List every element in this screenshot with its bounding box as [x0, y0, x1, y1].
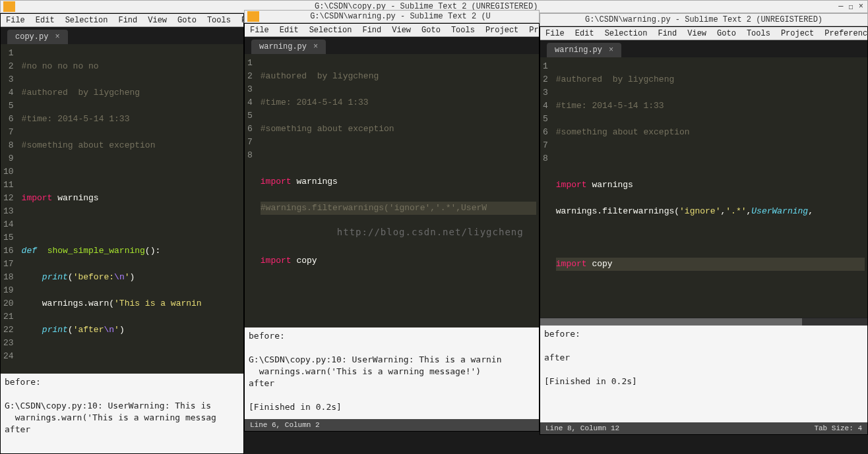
tabbar-right: warning.py ×	[540, 40, 867, 57]
tab-close-icon[interactable]: ×	[313, 42, 318, 51]
editor-mid[interactable]: 12345678 #authored by liygcheng #time: 2…	[245, 54, 539, 327]
menu-edit[interactable]: Edit	[570, 29, 600, 38]
close-icon[interactable]: ×	[859, 2, 863, 12]
console-right: before: after [Finished in 0.2s]	[540, 326, 867, 422]
maximize-icon[interactable]: ☐	[849, 2, 853, 12]
menu-tools[interactable]: Tools	[202, 16, 236, 25]
watermark: http://blog.csdn.net/liygcheng	[337, 225, 524, 239]
menu-find[interactable]: Find	[357, 26, 387, 35]
menubar-mid: File Edit Selection Find View Goto Tools…	[245, 24, 539, 37]
menu-file[interactable]: File	[1, 16, 30, 25]
scrollbar-thumb[interactable]	[540, 318, 802, 326]
menu-project[interactable]: Project	[776, 29, 819, 38]
menu-selection[interactable]: Selection	[600, 29, 653, 38]
menu-find[interactable]: Find	[652, 29, 682, 38]
code-mid[interactable]: #authored by liygcheng #time: 2014-5-14 …	[258, 54, 539, 327]
status-line-col: Line 6, Column 2	[250, 421, 320, 429]
tab-label: warning.py	[555, 45, 602, 55]
menu-goto[interactable]: Goto	[712, 29, 741, 38]
tab-warning-py[interactable]: warning.py ×	[251, 40, 326, 54]
menu-edit[interactable]: Edit	[274, 26, 304, 35]
tab-label: copy.py	[15, 32, 48, 42]
menu-file[interactable]: File	[245, 26, 274, 35]
menu-preferences[interactable]: Preferences	[819, 29, 868, 38]
console-left: before: G:\CSDN\copy.py:10: UserWarning:…	[1, 374, 243, 453]
title-right: G:\CSDN\warning.py - Sublime Text 2 (UNR…	[540, 15, 867, 24]
tabbar-mid: warning.py ×	[245, 37, 539, 54]
minimize-icon[interactable]: —	[838, 2, 843, 12]
statusbar-mid: Line 6, Column 2	[245, 419, 539, 431]
window-left: File Edit Selection Find View Goto Tools…	[0, 13, 244, 454]
gutter-left: 123456789101112131415161718192021222324	[1, 44, 19, 374]
menubar-right: File Edit Selection Find View Goto Tools…	[540, 27, 867, 40]
menu-goto[interactable]: Goto	[172, 16, 202, 25]
gutter-right: 12345678	[540, 57, 553, 318]
horizontal-scrollbar[interactable]	[540, 318, 867, 326]
tab-close-icon[interactable]: ×	[55, 32, 59, 42]
tab-warning-py[interactable]: warning.py ×	[547, 43, 621, 57]
tabbar-left: copy.py ×	[1, 27, 243, 44]
menu-selection[interactable]: Selection	[304, 26, 357, 35]
window-right: File Edit Selection Find View Goto Tools…	[540, 26, 868, 435]
titlebar-right: G:\CSDN\warning.py - Sublime Text 2 (UNR…	[540, 13, 868, 26]
editor-right[interactable]: 12345678 #authored by liygcheng #time: 2…	[540, 57, 867, 318]
code-left[interactable]: #no no no no no #authored by liygcheng #…	[19, 44, 243, 374]
titlebar-mid: G:\CSDN\warning.py - Sublime Text 2 (U	[244, 10, 540, 23]
tab-copy-py[interactable]: copy.py ×	[7, 30, 68, 44]
menu-view[interactable]: View	[387, 26, 416, 35]
menu-goto[interactable]: Goto	[416, 26, 446, 35]
title-mid: G:\CSDN\warning.py - Sublime Text 2 (U	[262, 12, 539, 21]
status-line-col: Line 8, Column 12	[545, 424, 619, 432]
menu-edit[interactable]: Edit	[30, 16, 60, 25]
menu-file[interactable]: File	[540, 29, 570, 38]
menu-view[interactable]: View	[682, 29, 712, 38]
tab-label: warning.py	[259, 42, 307, 51]
menu-tools[interactable]: Tools	[741, 29, 776, 38]
statusbar-right: Line 8, Column 12 Tab Size: 4	[540, 422, 867, 434]
menu-selection[interactable]: Selection	[60, 16, 113, 25]
status-tab-size[interactable]: Tab Size: 4	[814, 424, 862, 432]
menubar-left: File Edit Selection Find View Goto Tools…	[1, 14, 243, 27]
menu-tools[interactable]: Tools	[446, 26, 480, 35]
gutter-mid: 12345678	[245, 54, 258, 327]
window-controls: — ☐ ×	[834, 2, 867, 12]
menu-find[interactable]: Find	[113, 16, 142, 25]
app-icon	[3, 1, 15, 12]
tab-close-icon[interactable]: ×	[609, 45, 613, 55]
window-mid: File Edit Selection Find View Goto Tools…	[244, 23, 540, 432]
menu-view[interactable]: View	[142, 16, 172, 25]
code-right[interactable]: #authored by liygcheng #time: 2014-5-14 …	[553, 57, 867, 318]
console-mid: before: G:\CSDN\copy.py:10: UserWarning:…	[245, 327, 539, 419]
menu-project[interactable]: Project	[480, 26, 524, 35]
editor-left[interactable]: 123456789101112131415161718192021222324 …	[1, 44, 243, 374]
app-icon	[247, 11, 259, 22]
